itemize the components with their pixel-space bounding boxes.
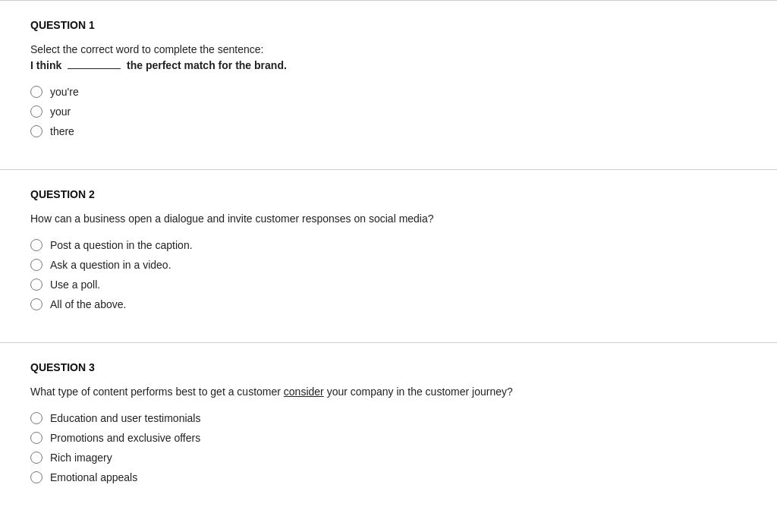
list-item: Use a poll. — [30, 279, 747, 291]
q3-option-emotional-label[interactable]: Emotional appeals — [50, 471, 137, 483]
list-item: Emotional appeals — [30, 471, 747, 483]
list-item: you're — [30, 86, 747, 98]
q3-option-promotions-label[interactable]: Promotions and exclusive offers — [50, 432, 200, 444]
q2-option-caption[interactable] — [30, 239, 42, 251]
q3-option-rich-imagery[interactable] — [30, 452, 42, 464]
question-3-prompt: What type of content performs best to ge… — [30, 384, 747, 400]
q2-option-all-label[interactable]: All of the above. — [50, 298, 126, 310]
question-1-options: you're your there — [30, 86, 747, 137]
list-item: Post a question in the caption. — [30, 239, 747, 251]
blank-1 — [68, 68, 121, 69]
question-2-prompt: How can a business open a dialogue and i… — [30, 211, 747, 227]
q3-option-rich-imagery-label[interactable]: Rich imagery — [50, 452, 112, 464]
question-3-block: QUESTION 3 What type of content performs… — [0, 342, 777, 515]
q1-option-youre[interactable] — [30, 86, 42, 98]
question-2-options: Post a question in the caption. Ask a qu… — [30, 239, 747, 310]
q3-option-education[interactable] — [30, 412, 42, 424]
list-item: All of the above. — [30, 298, 747, 310]
q2-option-caption-label[interactable]: Post a question in the caption. — [50, 239, 193, 251]
question-1-prompt: Select the correct word to complete the … — [30, 42, 747, 74]
list-item: your — [30, 105, 747, 118]
q2-option-video-label[interactable]: Ask a question in a video. — [50, 259, 171, 271]
question-1-block: QUESTION 1 Select the correct word to co… — [0, 0, 777, 169]
q2-option-poll-label[interactable]: Use a poll. — [50, 279, 100, 291]
q1-option-your[interactable] — [30, 105, 42, 118]
question-3-label: QUESTION 3 — [30, 361, 747, 373]
question-1-label: QUESTION 1 — [30, 19, 747, 31]
q3-option-promotions[interactable] — [30, 432, 42, 444]
q2-option-video[interactable] — [30, 259, 42, 271]
q1-option-your-label[interactable]: your — [50, 105, 71, 118]
consider-underline: consider — [284, 386, 324, 398]
question-1-sentence: I think the perfect match for the brand. — [30, 59, 287, 71]
question-2-label: QUESTION 2 — [30, 188, 747, 200]
q2-option-all[interactable] — [30, 298, 42, 310]
q3-option-education-label[interactable]: Education and user testimonials — [50, 412, 200, 424]
question-3-options: Education and user testimonials Promotio… — [30, 412, 747, 483]
q1-option-there[interactable] — [30, 125, 42, 137]
question-2-block: QUESTION 2 How can a business open a dia… — [0, 169, 777, 342]
page-container: QUESTION 1 Select the correct word to co… — [0, 0, 777, 532]
list-item: Rich imagery — [30, 452, 747, 464]
list-item: Education and user testimonials — [30, 412, 747, 424]
list-item: Promotions and exclusive offers — [30, 432, 747, 444]
q3-option-emotional[interactable] — [30, 471, 42, 483]
q2-option-poll[interactable] — [30, 279, 42, 291]
q1-option-youre-label[interactable]: you're — [50, 86, 79, 98]
list-item: Ask a question in a video. — [30, 259, 747, 271]
q1-option-there-label[interactable]: there — [50, 125, 74, 137]
list-item: there — [30, 125, 747, 137]
